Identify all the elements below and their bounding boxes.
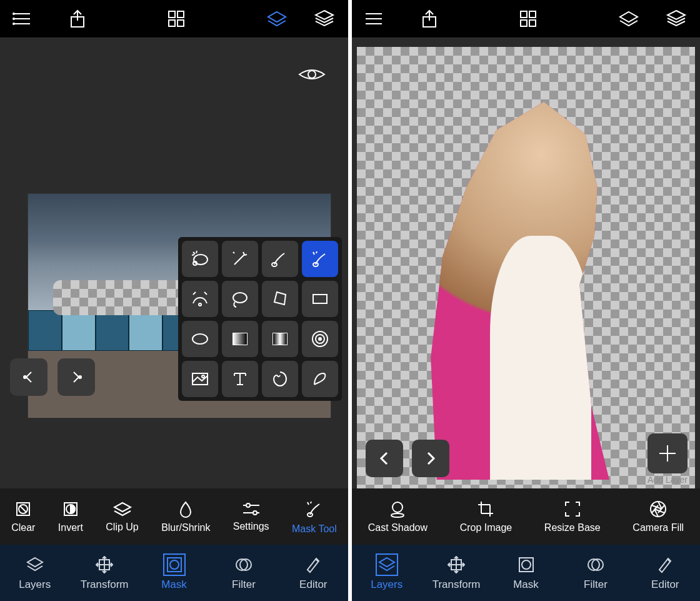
svg-point-82	[651, 502, 666, 517]
svg-marker-26	[274, 292, 286, 305]
radial-icon[interactable]	[302, 321, 338, 357]
svg-point-28	[192, 334, 208, 344]
left-action-bar: ClearInvertClip UpBlur/ShrinkSettingsMas…	[0, 488, 348, 545]
polygon-icon[interactable]	[262, 281, 298, 317]
svg-point-59	[170, 560, 179, 569]
transform-icon	[94, 555, 114, 575]
camera-fill-action[interactable]: Camera Fill	[632, 500, 684, 533]
add-layer-button[interactable]: Add Layer	[648, 433, 688, 485]
svg-point-18	[193, 261, 197, 265]
svg-line-24	[204, 292, 207, 295]
settings-action[interactable]: Settings	[233, 501, 269, 532]
svg-point-52	[253, 511, 257, 515]
filter-icon	[586, 555, 606, 575]
image-icon[interactable]	[182, 361, 218, 397]
plus-icon	[648, 433, 688, 473]
svg-marker-13	[316, 11, 333, 19]
mask-circle-icon	[516, 555, 536, 575]
svg-point-15	[24, 376, 26, 378]
svg-marker-72	[620, 12, 638, 22]
left-canvas[interactable]	[0, 38, 348, 488]
sparkle-brush-icon[interactable]	[302, 241, 338, 277]
tab-transform[interactable]: Transform	[69, 545, 139, 601]
tab-mask[interactable]: Mask	[139, 545, 209, 601]
right-tab-bar: LayersTransformMaskFilterEditor	[352, 545, 700, 601]
tab-mask[interactable]: Mask	[491, 545, 561, 601]
mask-tool-grid	[178, 237, 342, 401]
tab-transform[interactable]: Transform	[421, 545, 491, 601]
share-icon[interactable]	[421, 9, 438, 28]
pencil-icon	[303, 555, 323, 575]
svg-marker-89	[379, 558, 394, 567]
sparkle-lasso-icon[interactable]	[182, 241, 218, 277]
ellipse-icon[interactable]	[182, 321, 218, 357]
paint-brush-icon[interactable]	[262, 241, 298, 277]
right-canvas[interactable]: Add Layer	[352, 38, 700, 488]
svg-rect-9	[178, 11, 184, 18]
tab-editor[interactable]: Editor	[631, 545, 700, 601]
tab-filter[interactable]: Filter	[561, 545, 630, 601]
mask-layer-icon[interactable]	[266, 9, 288, 28]
svg-point-5	[13, 23, 14, 24]
right-action-bar: Cast ShadowCrop ImageResize BaseCamera F…	[352, 488, 700, 545]
rectangle-icon[interactable]	[302, 281, 338, 317]
svg-rect-8	[169, 11, 175, 18]
color-range-icon[interactable]	[182, 281, 218, 317]
sparkle-wand-icon[interactable]	[222, 241, 258, 277]
svg-point-4	[13, 18, 14, 19]
hair-icon[interactable]	[302, 361, 338, 397]
svg-point-51	[246, 503, 250, 507]
svg-line-19	[234, 255, 244, 265]
pencil-icon	[655, 555, 675, 575]
clear-action[interactable]: Clear	[11, 500, 35, 533]
subject-cutout[interactable]	[377, 73, 674, 480]
gradient-v-icon[interactable]	[262, 321, 298, 357]
text-tool-icon[interactable]	[222, 361, 258, 397]
layers-icon	[377, 555, 397, 575]
left-panel: ClearInvertClip UpBlur/ShrinkSettingsMas…	[0, 0, 348, 601]
gradient-h-icon[interactable]	[222, 321, 258, 357]
invert-action[interactable]: Invert	[58, 500, 83, 533]
visibility-eye-icon[interactable]	[298, 66, 326, 86]
svg-rect-10	[169, 20, 175, 26]
resize-base-action[interactable]: Resize Base	[544, 500, 601, 533]
svg-marker-54	[28, 558, 42, 567]
svg-point-22	[199, 303, 201, 306]
transform-icon	[446, 555, 466, 575]
share-icon[interactable]	[69, 9, 86, 28]
tab-editor[interactable]: Editor	[279, 545, 348, 601]
svg-point-3	[13, 13, 14, 14]
svg-rect-32	[273, 333, 287, 345]
grid-icon[interactable]	[519, 9, 538, 28]
prev-layer-button[interactable]	[366, 440, 403, 477]
svg-rect-11	[178, 20, 184, 26]
clip-up-action[interactable]: Clip Up	[106, 500, 138, 533]
next-square-button[interactable]	[58, 358, 95, 396]
svg-line-45	[20, 506, 26, 512]
cast-shadow-action[interactable]: Cast Shadow	[368, 500, 428, 533]
svg-rect-30	[233, 333, 247, 345]
svg-marker-73	[668, 11, 685, 19]
tab-filter[interactable]: Filter	[209, 545, 278, 601]
grid-icon[interactable]	[167, 9, 186, 28]
layers-stack-icon[interactable]	[665, 9, 688, 28]
left-topbar	[0, 0, 348, 38]
mask-layer-icon[interactable]	[618, 9, 640, 28]
list-icon[interactable]	[12, 11, 31, 27]
svg-rect-68	[521, 11, 527, 18]
mask-tool-action[interactable]: Mask Tool	[292, 498, 337, 535]
list-icon[interactable]	[364, 11, 383, 27]
crop-image-action[interactable]: Crop Image	[460, 500, 512, 533]
svg-rect-71	[529, 20, 536, 26]
shape-icon[interactable]	[262, 361, 298, 397]
tab-layers[interactable]: Layers	[0, 545, 69, 601]
layers-stack-icon[interactable]	[313, 9, 336, 28]
svg-line-23	[193, 292, 196, 295]
svg-rect-70	[521, 20, 527, 26]
tab-layers[interactable]: Layers	[352, 545, 421, 601]
transparent-background: Add Layer	[357, 47, 695, 488]
next-layer-button[interactable]	[412, 440, 449, 477]
lasso-icon[interactable]	[222, 281, 258, 317]
blur-shrink-action[interactable]: Blur/Shrink	[161, 500, 210, 533]
prev-square-button[interactable]	[10, 358, 48, 396]
